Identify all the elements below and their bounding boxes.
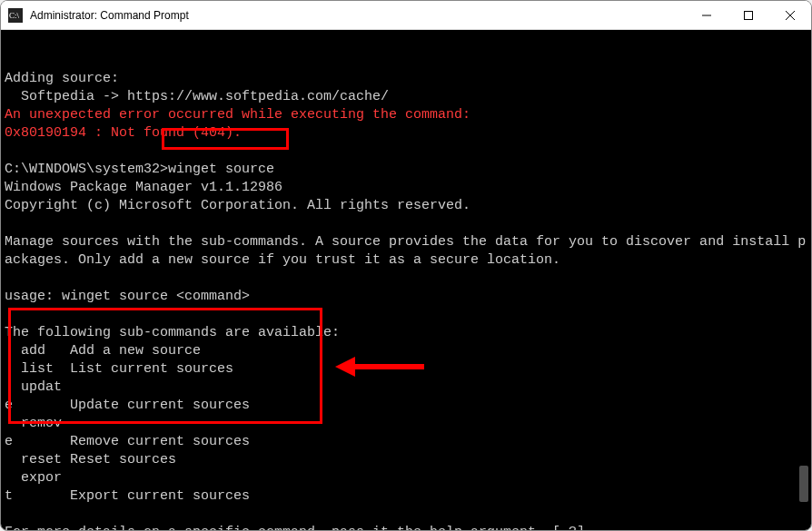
prompt-command: winget source — [168, 162, 274, 177]
subcommand-desc: Export current sources — [70, 488, 250, 504]
output-line: Windows Package Manager v1.1.12986 — [5, 179, 807, 197]
minimize-button[interactable] — [686, 1, 728, 29]
subcommand-name: remove — [5, 415, 70, 451]
subcommand-desc: Reset sources — [70, 452, 176, 467]
subcommand-name: add — [5, 342, 70, 360]
subcommand-name: list — [5, 360, 70, 379]
window-controls — [686, 1, 811, 29]
blank-line — [5, 306, 807, 324]
output-line: Copyright (c) Microsoft Corporation. All… — [5, 197, 807, 215]
terminal-output[interactable]: Adding source: Softpedia -> https://www.… — [1, 30, 811, 530]
output-line: Adding source: — [5, 70, 807, 88]
close-button[interactable] — [769, 1, 811, 29]
subcommand-name: update — [5, 379, 70, 415]
subcommand-desc: List current sources — [70, 361, 233, 377]
subcommand-line: updateUpdate current sources — [5, 379, 807, 415]
subcommand-line: exportExport current sources — [5, 469, 807, 506]
blank-line — [5, 215, 807, 233]
title-bar: C:\ Administrator: Command Prompt — [1, 1, 811, 30]
terminal-content: Adding source: Softpedia -> https://www.… — [5, 70, 807, 530]
subcommand-line: addAdd a new source — [5, 342, 807, 360]
prompt-path: C:\WINDOWS\system32> — [5, 162, 168, 177]
maximize-button[interactable] — [728, 1, 769, 29]
subcommand-name: reset — [5, 451, 70, 469]
subcommand-desc: Remove current sources — [70, 434, 250, 449]
error-line: An unexpected error occurred while execu… — [5, 106, 807, 124]
vertical-scrollbar[interactable] — [797, 30, 809, 530]
prompt-line: C:\WINDOWS\system32>winget source — [5, 161, 807, 179]
svg-text:C:\: C:\ — [9, 11, 20, 20]
cmd-icon: C:\ — [8, 8, 23, 23]
subcommands-block: addAdd a new source listList current sou… — [5, 342, 807, 506]
scrollbar-thumb[interactable] — [799, 466, 808, 502]
subcommand-name: export — [5, 469, 70, 506]
output-line: usage: winget source <command> — [5, 288, 807, 306]
command-prompt-window: C:\ Administrator: Command Prompt Adding… — [0, 0, 812, 531]
blank-line — [5, 143, 807, 161]
subcommand-desc: Update current sources — [70, 398, 250, 413]
blank-line — [5, 270, 807, 288]
output-line: The following sub-commands are available… — [5, 324, 807, 342]
output-line: Softpedia -> https://www.softpedia.com/c… — [5, 88, 807, 106]
error-line: 0x80190194 : Not found (404). — [5, 124, 807, 143]
output-line: For more details on a specific command, … — [5, 524, 807, 530]
blank-line — [5, 506, 807, 524]
subcommand-desc: Add a new source — [70, 343, 201, 359]
subcommand-line: removeRemove current sources — [5, 415, 807, 451]
window-title: Administrator: Command Prompt — [30, 9, 686, 22]
subcommand-line: resetReset sources — [5, 451, 807, 469]
output-line: Manage sources with the sub-commands. A … — [5, 233, 807, 270]
svg-rect-3 — [745, 11, 753, 19]
subcommand-line: listList current sources — [5, 360, 807, 379]
